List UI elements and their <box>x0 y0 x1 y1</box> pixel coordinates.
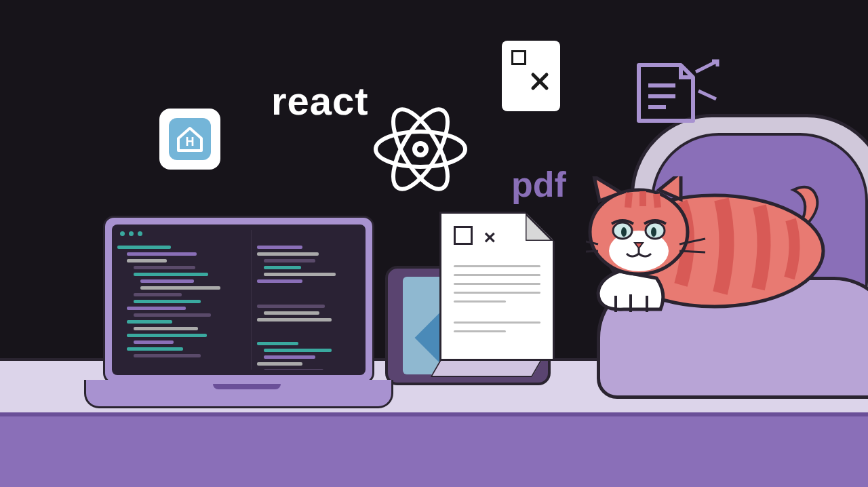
laptop <box>103 216 374 419</box>
document-shadow <box>430 359 542 377</box>
x-mark-icon: × <box>484 226 496 249</box>
window-traffic-lights-icon <box>120 231 142 236</box>
code-editor <box>112 225 366 375</box>
svg-point-19 <box>417 146 424 153</box>
svg-text:H: H <box>186 135 195 149</box>
svg-point-9 <box>651 227 656 237</box>
laptop-hinge <box>213 384 281 389</box>
checkbox-icon <box>454 226 473 245</box>
cat-illustration <box>586 176 830 319</box>
home-badge-icon: H <box>159 109 220 170</box>
desk-front <box>0 416 868 487</box>
file-x-small-icon <box>502 41 560 111</box>
document-x: × <box>439 212 555 361</box>
react-atom-icon <box>370 102 471 199</box>
pdf-label: pdf <box>511 164 566 205</box>
svg-point-8 <box>621 227 627 237</box>
svg-line-13 <box>679 251 705 252</box>
file-lines-icon <box>632 56 720 133</box>
laptop-screen <box>103 216 374 384</box>
react-label: react <box>271 78 369 123</box>
